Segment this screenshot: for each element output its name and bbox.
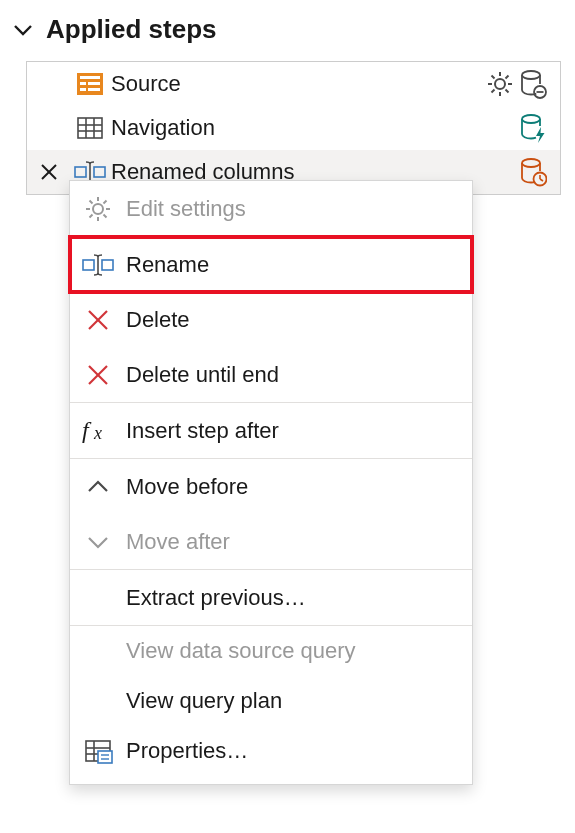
svg-line-14: [492, 90, 495, 93]
svg-rect-3: [88, 82, 100, 85]
database-lightning-icon[interactable]: [519, 112, 547, 144]
svg-text:x: x: [93, 423, 102, 443]
svg-rect-2: [80, 82, 86, 85]
svg-rect-27: [75, 167, 86, 177]
svg-line-12: [506, 90, 509, 93]
delete-step-icon[interactable]: [38, 161, 60, 183]
svg-line-40: [104, 214, 107, 217]
chevron-down-icon: [10, 17, 36, 43]
svg-line-39: [90, 200, 93, 203]
step-navigation[interactable]: Navigation: [27, 106, 560, 150]
menu-label: View data source query: [126, 638, 472, 664]
svg-marker-24: [536, 127, 545, 143]
fx-icon: f x: [70, 418, 126, 444]
menu-label: Move after: [126, 529, 472, 555]
menu-label: Extract previous…: [126, 585, 472, 611]
svg-point-15: [522, 71, 540, 79]
menu-label: View query plan: [126, 688, 472, 714]
svg-line-33: [540, 179, 543, 181]
menu-label: Delete until end: [126, 362, 472, 388]
step-label: Source: [109, 71, 485, 97]
svg-point-6: [495, 79, 505, 89]
svg-point-23: [522, 115, 540, 123]
applied-steps-header[interactable]: Applied steps: [0, 0, 575, 61]
menu-label: Insert step after: [126, 418, 472, 444]
menu-edit-settings: Edit settings: [70, 181, 472, 236]
step-source[interactable]: Source: [27, 62, 560, 106]
database-clock-icon[interactable]: [519, 156, 547, 188]
svg-rect-28: [94, 167, 105, 177]
svg-rect-5: [88, 88, 100, 91]
delete-x-icon: [70, 362, 126, 388]
chevron-down-icon: [70, 529, 126, 555]
menu-extract-previous[interactable]: Extract previous…: [70, 570, 472, 625]
svg-line-41: [104, 200, 107, 203]
menu-view-query-plan[interactable]: View query plan: [70, 676, 472, 726]
svg-rect-4: [80, 88, 86, 91]
menu-delete[interactable]: Delete: [70, 292, 472, 347]
menu-label: Delete: [126, 307, 472, 333]
svg-rect-44: [102, 260, 113, 270]
menu-view-data-source-query: View data source query: [70, 626, 472, 676]
menu-move-before[interactable]: Move before: [70, 459, 472, 514]
svg-line-13: [506, 76, 509, 79]
svg-text:f: f: [82, 418, 92, 443]
context-menu: Edit settings Rename Delete Delete until…: [69, 180, 473, 785]
source-icon: [71, 69, 109, 99]
svg-line-42: [90, 214, 93, 217]
menu-properties[interactable]: Properties…: [70, 726, 472, 776]
svg-point-30: [522, 159, 540, 167]
applied-steps-title: Applied steps: [46, 14, 216, 45]
table-icon: [71, 113, 109, 143]
svg-rect-18: [78, 118, 102, 138]
menu-move-after: Move after: [70, 514, 472, 569]
gear-icon: [70, 194, 126, 224]
database-minus-icon[interactable]: [519, 68, 547, 100]
menu-delete-until-end[interactable]: Delete until end: [70, 347, 472, 402]
gear-icon[interactable]: [485, 69, 515, 99]
svg-rect-43: [83, 260, 94, 270]
applied-steps-panel: Source: [26, 61, 561, 195]
chevron-up-icon: [70, 474, 126, 500]
svg-rect-1: [80, 76, 100, 79]
menu-label: Edit settings: [126, 196, 472, 222]
step-label: Navigation: [109, 115, 519, 141]
svg-line-11: [492, 76, 495, 79]
svg-point-34: [93, 204, 103, 214]
delete-x-icon: [70, 307, 126, 333]
menu-label: Move before: [126, 474, 472, 500]
menu-rename[interactable]: Rename: [70, 237, 472, 292]
svg-rect-56: [98, 751, 112, 763]
menu-label: Rename: [126, 252, 472, 278]
rename-icon: [70, 251, 126, 279]
properties-icon: [70, 736, 126, 766]
menu-label: Properties…: [126, 738, 472, 764]
menu-insert-step-after[interactable]: f x Insert step after: [70, 403, 472, 458]
